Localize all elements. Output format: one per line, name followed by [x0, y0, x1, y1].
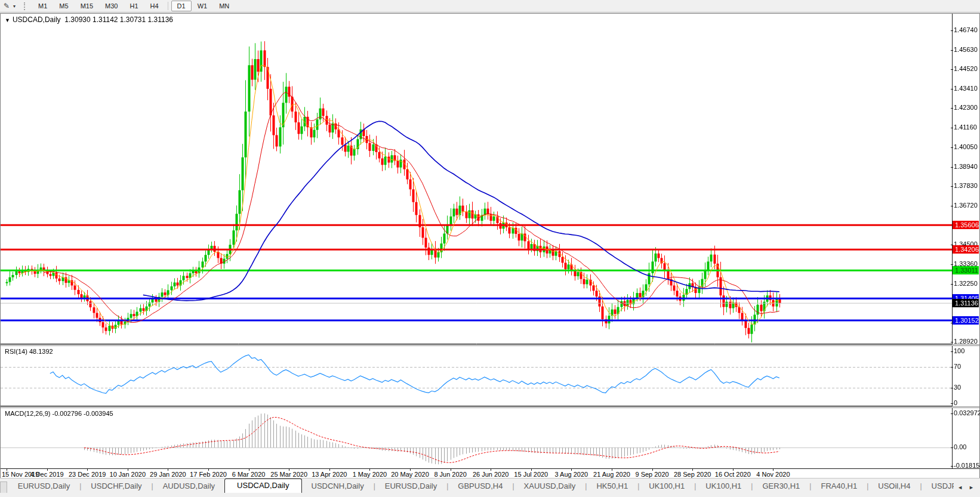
date-tick: 28 Sep 2020 [674, 471, 711, 478]
date-tick: 6 Mar 2020 [232, 471, 266, 478]
price-tick: 1.43410 [954, 85, 978, 92]
period-button-w1[interactable]: W1 [192, 1, 214, 11]
symbol-tab-fra40-12[interactable]: FRA40,H1 [811, 480, 867, 493]
period-button-m5[interactable]: M5 [53, 1, 74, 11]
price-tick: 1.38940 [954, 163, 978, 170]
tab-scroll-right-icon[interactable]: ► [969, 484, 974, 490]
tool-dropdown-caret-icon[interactable]: ▾ [12, 4, 19, 9]
rsi-axis[interactable]: 10070300 [952, 346, 979, 406]
symbol-tab-usdcad-3[interactable]: USDCAD,Daily [224, 479, 301, 493]
period-button-h4[interactable]: H4 [144, 1, 165, 11]
date-tick: 1 May 2020 [353, 471, 387, 478]
symbol-tabs: EURUSD,Daily|USDCHF,Daily|AUDUSD,DailyUS… [8, 478, 954, 493]
date-tick: 23 Dec 2019 [69, 471, 106, 478]
date-tick: 13 Apr 2020 [312, 471, 347, 478]
date-tick: 17 Feb 2020 [190, 471, 227, 478]
footer-filler [0, 493, 980, 497]
macd-axis[interactable]: 0.0329720.00-0.018154 [952, 408, 979, 468]
price-tick: 1.41160 [954, 124, 977, 131]
chart-ohlc-values: 1.30930 1.31142 1.30731 1.31136 [64, 16, 173, 24]
period-button-m30[interactable]: M30 [99, 1, 124, 11]
date-tick: 10 Jan 2020 [110, 471, 146, 478]
date-axis[interactable]: 15 Nov 20194 Dec 201923 Dec 201910 Jan 2… [1, 468, 979, 478]
price-pane: ▼USDCAD,Daily 1.30930 1.31142 1.30731 1.… [1, 14, 979, 344]
rsi-label: RSI(14) 48.1392 [5, 348, 53, 355]
tab-corner [0, 481, 7, 493]
symbol-tab-ger30-11[interactable]: GER30,H1 [753, 480, 809, 493]
macd-pane: MACD(12,26,9) -0.002796 -0.003945 0.0329… [1, 408, 979, 468]
macd-tick: 0.032972 [954, 409, 980, 416]
symbol-tab-gbpusd-6[interactable]: GBPUSD,H4 [448, 480, 512, 493]
date-tick: 25 Mar 2020 [270, 471, 307, 478]
toolbar-grip[interactable] [24, 2, 26, 10]
price-tick: 1.28920 [954, 338, 978, 345]
drawing-tool-icon[interactable]: ✎ [2, 2, 11, 10]
rsi-pane: RSI(14) 48.1392 10070300 [1, 346, 979, 406]
symbol-tab-usoil-13[interactable]: USOil,H4 [868, 480, 920, 493]
terminal-window: ✎ ▾ M1M5M15M30H1H4D1W1MN ▼USDCAD,Daily 1… [0, 0, 980, 497]
date-tick: 4 Nov 2020 [756, 471, 790, 478]
price-tick: 1.40050 [954, 143, 978, 150]
period-button-mn[interactable]: MN [213, 1, 235, 11]
price-badge: 1.35606 [953, 221, 979, 229]
symbol-tab-usdchf-1[interactable]: USDCHF,Daily [81, 480, 151, 493]
rsi-tick: 70 [954, 363, 961, 370]
date-tick: 9 Sep 2020 [635, 471, 668, 478]
price-tick: 1.42300 [954, 104, 978, 111]
date-tick: 16 Oct 2020 [715, 471, 751, 478]
symbol-tab-xauusd-7[interactable]: XAUUSD,Daily [514, 480, 585, 493]
price-axis[interactable]: 1.467401.456301.445201.434101.423001.411… [952, 14, 979, 344]
price-tick: 1.44520 [954, 65, 978, 72]
macd-chart-canvas[interactable] [1, 408, 953, 468]
price-tick: 1.36720 [954, 202, 978, 209]
date-tick: 15 Jul 2020 [514, 471, 548, 478]
chart-window: ▼USDCAD,Daily 1.30930 1.31142 1.30731 1.… [0, 13, 980, 478]
price-badge: 1.33011 [953, 266, 979, 274]
macd-label: MACD(12,26,9) -0.002796 -0.003945 [5, 410, 113, 417]
date-tick: 4 Dec 2019 [30, 471, 63, 478]
date-tick: 8 Jun 2020 [434, 471, 466, 478]
symbol-tab-usdjpy-14[interactable]: USDJPY,H1 [922, 480, 954, 493]
symbol-tab-audusd-2[interactable]: AUDUSD,Daily [153, 480, 224, 493]
symbol-tab-uk100-10[interactable]: UK100,H1 [696, 480, 751, 493]
chart-title: ▼USDCAD,Daily 1.30930 1.31142 1.30731 1.… [5, 16, 173, 24]
chart-symbol: USDCAD,Daily [13, 16, 61, 24]
period-button-d1[interactable]: D1 [171, 1, 192, 11]
rsi-chart-canvas[interactable] [1, 346, 953, 406]
date-tick: 21 Aug 2020 [593, 471, 630, 478]
period-button-h1[interactable]: H1 [124, 1, 144, 11]
date-tick: 29 Jan 2020 [150, 471, 186, 478]
date-tick: 20 May 2020 [391, 471, 429, 478]
period-button-m15[interactable]: M15 [75, 1, 99, 11]
price-badge: 1.34206 [953, 245, 979, 254]
period-toolbar: ✎ ▾ M1M5M15M30H1H4D1W1MN [0, 0, 980, 13]
rsi-tick: 100 [954, 347, 964, 354]
price-tick: 1.32250 [954, 280, 978, 287]
symbol-tab-hk50-8[interactable]: HK50,H1 [587, 480, 637, 493]
symbol-tabbar: EURUSD,Daily|USDCHF,Daily|AUDUSD,DailyUS… [0, 478, 980, 493]
toolbar-separator [168, 2, 168, 10]
price-badge: 1.30152 [953, 316, 979, 325]
symbol-tab-eurusd-0[interactable]: EURUSD,Daily [8, 480, 79, 493]
price-tick: 1.37830 [954, 182, 978, 189]
period-buttons: M1M5M15M30H1H4D1W1MN [32, 1, 235, 11]
symbol-tab-uk100-9[interactable]: UK100,H1 [639, 480, 694, 493]
date-tick: 3 Aug 2020 [555, 471, 588, 478]
date-tick: 26 Jun 2020 [473, 471, 509, 478]
price-tick: 1.45630 [954, 46, 978, 53]
rsi-tick: 0 [954, 399, 957, 406]
rsi-tick: 30 [954, 384, 961, 391]
macd-tick: 0.00 [954, 443, 966, 450]
price-chart-canvas[interactable] [1, 14, 953, 344]
tab-scroll-left-icon[interactable]: ◄ [957, 484, 963, 490]
period-button-m1[interactable]: M1 [32, 1, 53, 11]
price-tick: 1.46740 [954, 26, 978, 33]
symbol-tab-usdcnh-4[interactable]: USDCNH,Daily [302, 480, 374, 493]
tab-scroll-controls: ◄ ► [954, 484, 980, 493]
price-badge: 1.31136 [953, 299, 979, 307]
symbol-tab-eurusd-5[interactable]: EURUSD,Daily [375, 480, 446, 493]
chart-title-caret-icon[interactable]: ▼ [5, 17, 10, 23]
